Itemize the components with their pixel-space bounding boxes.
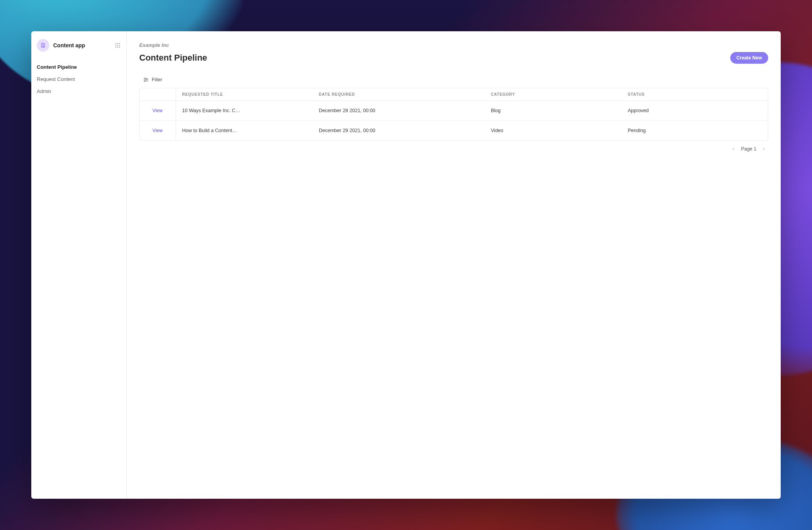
col-action <box>140 88 176 101</box>
svg-point-12 <box>119 47 120 48</box>
apps-grid-icon[interactable] <box>115 42 121 48</box>
svg-point-7 <box>115 45 116 46</box>
cell-date: December 28 2021, 00:00 <box>313 101 485 121</box>
svg-rect-1 <box>42 44 44 45</box>
sidebar-item-content-pipeline[interactable]: Content Pipeline <box>31 61 126 73</box>
svg-point-4 <box>115 43 116 44</box>
document-icon <box>37 39 49 52</box>
toolbar: Filter <box>139 74 768 86</box>
cell-status: Pending <box>622 121 768 141</box>
sliders-icon <box>143 77 149 82</box>
content-table: REQUESTED TITLE DATE REQUIRED CATEGORY S… <box>139 88 768 141</box>
col-requested-title[interactable]: REQUESTED TITLE <box>176 88 313 101</box>
chevron-right-icon <box>762 147 766 151</box>
svg-point-16 <box>146 79 147 80</box>
filter-label: Filter <box>152 77 162 82</box>
page-prev-button[interactable] <box>731 147 735 151</box>
app-name: Content app <box>53 42 85 48</box>
col-category[interactable]: CATEGORY <box>485 88 622 101</box>
chevron-left-icon <box>731 147 735 151</box>
sidebar-item-admin[interactable]: Admin <box>31 85 126 97</box>
cell-category: Video <box>485 121 622 141</box>
sidebar-item-request-content[interactable]: Request Content <box>31 73 126 85</box>
cell-title: 10 Ways Example Inc. C… <box>176 101 313 121</box>
cell-category: Blog <box>485 101 622 121</box>
view-cell: View <box>140 101 176 121</box>
svg-rect-2 <box>42 45 44 45</box>
page-next-button[interactable] <box>762 147 766 151</box>
page-label: Page 1 <box>741 146 756 152</box>
sidebar-item-label: Request Content <box>37 76 75 82</box>
svg-point-18 <box>144 81 145 81</box>
pagination: Page 1 <box>139 141 768 152</box>
svg-point-5 <box>117 43 118 44</box>
view-link[interactable]: View <box>153 108 163 113</box>
view-cell: View <box>140 121 176 141</box>
col-status[interactable]: STATUS <box>622 88 768 101</box>
svg-point-8 <box>117 45 118 46</box>
brand-row: Content app <box>31 37 126 59</box>
org-name: Example Inc <box>139 42 768 48</box>
svg-point-11 <box>117 47 118 48</box>
sidebar-item-label: Content Pipeline <box>37 64 77 70</box>
svg-point-6 <box>119 43 120 44</box>
col-date-required[interactable]: DATE REQUIRED <box>313 88 485 101</box>
create-new-button[interactable]: Create New <box>730 52 768 64</box>
cell-status: Approved <box>622 101 768 121</box>
table-row[interactable]: View How to Build a Content… December 29… <box>140 121 768 141</box>
svg-point-9 <box>119 45 120 46</box>
view-link[interactable]: View <box>153 128 163 133</box>
sidebar: Content app Content Pipeline Request Con… <box>31 31 127 499</box>
brand[interactable]: Content app <box>37 39 85 52</box>
cell-date: December 29 2021, 00:00 <box>313 121 485 141</box>
sidebar-nav: Content Pipeline Request Content Admin <box>31 59 126 100</box>
app-window: Content app Content Pipeline Request Con… <box>31 31 781 499</box>
table-header-row: REQUESTED TITLE DATE REQUIRED CATEGORY S… <box>140 88 768 101</box>
page-title: Content Pipeline <box>139 53 207 63</box>
title-row: Content Pipeline Create New <box>139 52 768 64</box>
table-row[interactable]: View 10 Ways Example Inc. C… December 28… <box>140 101 768 121</box>
svg-rect-3 <box>42 46 43 46</box>
main-content: Example Inc Content Pipeline Create New … <box>127 31 781 499</box>
svg-point-14 <box>145 78 146 79</box>
svg-point-10 <box>115 47 116 48</box>
sidebar-item-label: Admin <box>37 88 51 94</box>
filter-button[interactable]: Filter <box>139 74 166 86</box>
cell-title: How to Build a Content… <box>176 121 313 141</box>
